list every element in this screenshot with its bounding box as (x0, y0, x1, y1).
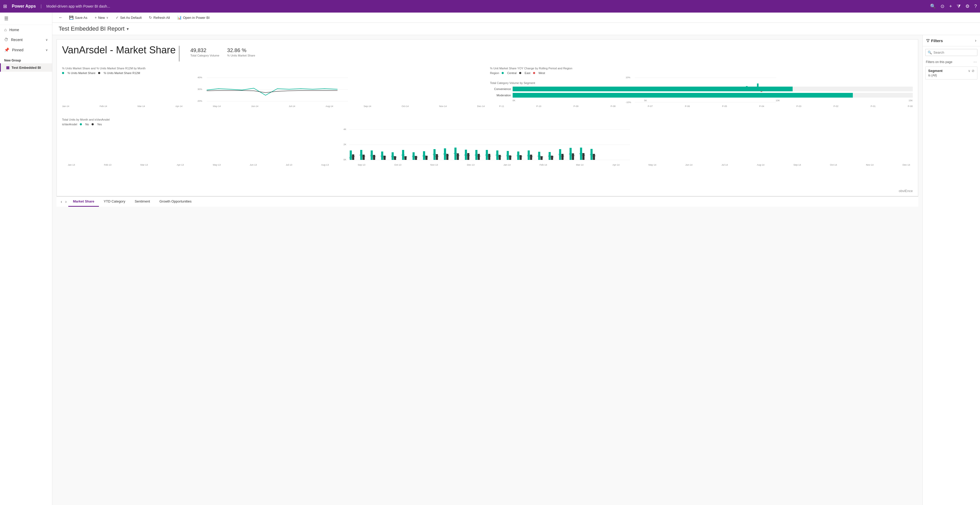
isvanarsdel-label: isVanArsdel (62, 123, 77, 126)
svg-text:2K: 2K (344, 143, 347, 146)
open-powerbi-button[interactable]: 📊 Open in Power BI (174, 14, 213, 21)
filter-card-value: is (All) (928, 73, 975, 77)
svg-text:30%: 30% (197, 88, 202, 91)
filter-clear-button[interactable]: ⊘ (972, 69, 975, 73)
set-default-button[interactable]: ✓ Set As Default (113, 14, 145, 21)
svg-rect-105 (478, 154, 480, 160)
tab-sentiment[interactable]: Sentiment (130, 197, 155, 207)
svg-rect-67 (381, 151, 383, 160)
svg-rect-61 (363, 155, 365, 160)
hbar-chart-section: Total Category Volume by Segment Conveni… (490, 81, 913, 113)
sidebar: ☰ ⌂ Home ⏱ Recent ∨ 📌 Pinned ∨ New Group… (0, 13, 52, 505)
plus-icon[interactable]: + (949, 4, 952, 9)
svg-text:0K: 0K (344, 158, 347, 161)
tab-prev-button[interactable]: ‹ (59, 197, 64, 206)
svg-rect-135 (559, 149, 561, 160)
svg-rect-113 (499, 155, 501, 160)
pinned-chevron: ∨ (46, 48, 48, 52)
grid-icon[interactable]: ⊞ (3, 3, 7, 9)
sidebar-item-pinned[interactable]: 📌 Pinned ∨ (0, 45, 52, 55)
tab-ytd-category[interactable]: YTD Category (99, 197, 130, 207)
legend-yes: Yes (97, 123, 102, 126)
filters-section-label: Filters on this page ··· (923, 57, 980, 65)
filter-expand-button[interactable]: ∨ (968, 69, 970, 73)
svg-rect-87 (434, 149, 436, 160)
filters-search-input[interactable] (934, 51, 975, 54)
svg-rect-123 (528, 151, 530, 160)
yoy-chart-legend: Region Central East West (490, 71, 913, 75)
new-label: New (98, 16, 105, 20)
new-chevron: ∨ (106, 16, 108, 19)
tab-market-share[interactable]: Market Share (68, 197, 99, 207)
svg-rect-85 (425, 156, 428, 160)
legend-no: No (85, 123, 89, 126)
hbar-chart-title: Total Category Volume by Segment (490, 81, 913, 84)
hbar-row-moderation: Moderation (490, 93, 913, 98)
grouped-bar-x-labels: Jan-13Feb-13Mar-13Apr-13May-13Jun-13Jul-… (62, 164, 913, 166)
kpi-label-share: % Units Market Share (227, 54, 255, 57)
page-title-bar: Test Embedded BI Report ▾ (52, 23, 980, 35)
filter-funnel-icon: ▽ (926, 38, 929, 43)
svg-rect-77 (404, 156, 407, 160)
home-icon: ⌂ (4, 27, 7, 32)
save-as-label: Save As (75, 16, 88, 20)
line-chart-section: % Units Market Share and % Units Market … (62, 67, 485, 108)
filters-collapse-button[interactable]: › (975, 38, 976, 43)
filters-panel: ▽ Filters › 🔍 Filters on this page ··· S… (923, 35, 980, 505)
recent-icon: ⏱ (4, 37, 8, 42)
svg-rect-69 (383, 156, 386, 160)
grouped-bar-svg: 4K 2K 0K 2.8K 1.4K (62, 127, 913, 164)
filter-card-name: Segment (928, 69, 943, 73)
pinned-icon: 📌 (4, 48, 10, 52)
report-area: VanArsdel - Market Share 49,832 Total Ca… (52, 35, 923, 505)
svg-rect-107 (486, 150, 488, 160)
page-title-chevron[interactable]: ▾ (127, 26, 129, 32)
refresh-all-button[interactable]: ↻ Refresh All (146, 14, 173, 21)
grouped-bar-title: Total Units by Month and isVanArsdel (62, 118, 913, 121)
svg-rect-143 (580, 148, 582, 160)
save-as-button[interactable]: 💾 Save As (66, 14, 91, 21)
svg-rect-59 (360, 150, 363, 160)
save-as-icon: 💾 (69, 16, 73, 20)
filters-search-container[interactable]: 🔍 (925, 49, 977, 56)
tab-growth-opportunities[interactable]: Growth Opportunities (155, 197, 196, 207)
legend-east: East (525, 71, 530, 75)
svg-rect-139 (570, 148, 572, 160)
gear-icon[interactable]: ⚙ (965, 3, 969, 9)
report-header: VanArsdel - Market Share 49,832 Total Ca… (62, 45, 913, 62)
charts-grid: % Units Market Share and % Units Market … (62, 67, 913, 166)
sidebar-sub-item-label: Test Embedded BI (11, 66, 41, 70)
sidebar-item-recent[interactable]: ⏱ Recent ∨ (0, 35, 52, 45)
svg-rect-125 (530, 155, 532, 160)
svg-rect-57 (352, 154, 354, 160)
circle-icon[interactable]: ⊙ (940, 3, 944, 9)
legend-dot-r12m (98, 71, 101, 75)
svg-rect-145 (582, 153, 585, 160)
line-chart-legend: % Units Market Share % Units Market Shar… (62, 71, 485, 75)
sidebar-item-home[interactable]: ⌂ Home (0, 25, 52, 35)
back-button[interactable]: ← (57, 14, 65, 21)
hamburger-button[interactable]: ☰ (0, 13, 52, 25)
tab-next-button[interactable]: › (64, 197, 68, 206)
filters-section-dots[interactable]: ··· (974, 60, 977, 64)
set-default-icon: ✓ (116, 16, 119, 20)
svg-rect-89 (436, 154, 438, 160)
nav-breadcrumb: Model-driven app with Power BI dash... (46, 4, 110, 8)
yoy-chart-title: % Unit Market Share YOY Change by Rollin… (490, 67, 913, 70)
svg-rect-111 (496, 151, 498, 160)
svg-rect-63 (371, 151, 373, 160)
filters-title-label: Filters (931, 38, 943, 43)
grouped-bar-legend: isVanArsdel No Yes (62, 123, 913, 126)
hbar-chart-content: Convenience Moderation (490, 87, 913, 102)
filter-card-header: Segment ∨ ⊘ (928, 69, 975, 73)
search-icon[interactable]: 🔍 (930, 3, 936, 9)
svg-rect-81 (415, 156, 417, 160)
help-icon[interactable]: ? (974, 4, 977, 9)
new-button[interactable]: + New ∨ (92, 14, 111, 21)
hbar-track-convenience (512, 87, 913, 91)
legend-dot-market-share (62, 71, 65, 75)
sidebar-item-test-embedded[interactable]: ▦ Test Embedded BI (0, 64, 52, 72)
toolbar: ← 💾 Save As + New ∨ ✓ Set As Default ↻ R… (52, 13, 980, 23)
filter-icon[interactable]: ⧩ (957, 4, 961, 9)
legend-label-r12m: % Units Market Share R12M (103, 71, 140, 75)
